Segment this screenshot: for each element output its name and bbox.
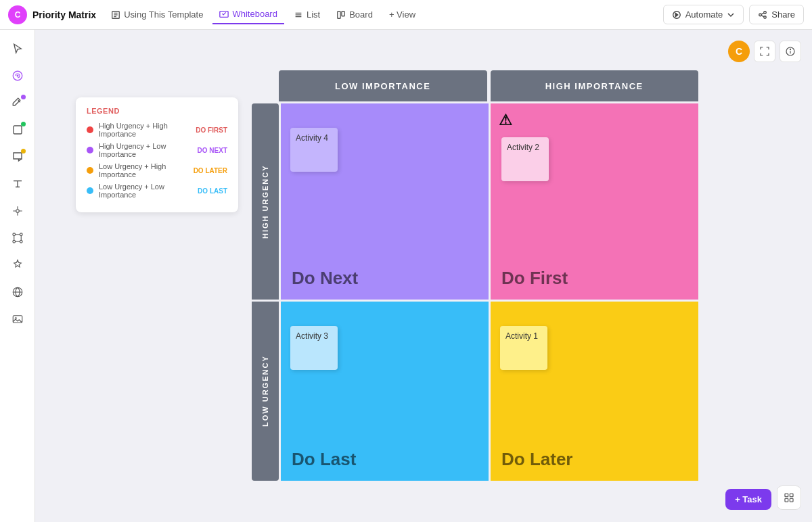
tool-transform[interactable]	[5, 199, 30, 223]
col-header-high-importance: HIGH IMPORTANCE	[491, 70, 699, 101]
template-icon	[111, 10, 120, 20]
list-icon	[294, 10, 303, 20]
svg-point-13	[764, 16, 767, 18]
task-button[interactable]: + Task	[725, 489, 771, 510]
tab-board[interactable]: Board	[330, 5, 380, 24]
urgency-icon: ⚠	[499, 112, 512, 129]
quadrant-do-next[interactable]: Activity 4 Do Next	[281, 103, 489, 300]
app-title: Priority Matrix	[32, 9, 96, 20]
tool-globe[interactable]	[5, 280, 30, 304]
sidebar	[0, 30, 35, 522]
activity1-sticky[interactable]: Activity 1	[500, 326, 547, 370]
canvas-controls: C	[728, 41, 801, 62]
automate-icon	[672, 10, 681, 20]
fit-screen-icon	[759, 46, 770, 57]
svg-rect-30	[785, 494, 788, 497]
info-button[interactable]	[780, 41, 801, 62]
text-icon	[12, 178, 24, 190]
tool-cursor[interactable]	[5, 37, 30, 61]
svg-point-11	[764, 11, 767, 14]
user-avatar: C	[728, 41, 750, 62]
share-button[interactable]: Share	[749, 5, 804, 24]
grid-view-button[interactable]	[777, 485, 801, 510]
svg-point-21	[12, 240, 15, 243]
svg-rect-31	[790, 494, 793, 497]
legend-dot-first	[87, 126, 93, 133]
image-icon	[12, 313, 24, 325]
legend-item-later: Low Urgency + High Importance DO LATER	[87, 162, 227, 179]
svg-rect-17	[14, 126, 22, 134]
cursor-icon	[12, 43, 24, 55]
tab-add-view[interactable]: + View	[382, 5, 422, 24]
connect-icon	[12, 232, 24, 244]
svg-point-12	[759, 14, 762, 16]
globe-icon	[12, 286, 24, 298]
topbar: C Priority Matrix Using This Template Wh…	[0, 0, 812, 30]
shape-dot	[21, 122, 26, 126]
note-dot	[21, 149, 26, 153]
matrix-row-high-urgency: HIGH URGENCY Activity 4 Do Next ⚠ Activi…	[252, 101, 698, 300]
tool-text[interactable]	[5, 172, 30, 196]
tool-pen[interactable]	[5, 91, 30, 115]
do-last-label: Do Last	[292, 449, 356, 470]
canvas[interactable]: C LEGEND High Urgency + High Importance …	[35, 30, 812, 522]
activity4-sticky[interactable]: Activity 4	[290, 128, 338, 172]
whiteboard-icon	[219, 9, 229, 19]
tab-using-template[interactable]: Using This Template	[104, 5, 210, 24]
legend-dot-later	[87, 167, 93, 174]
legend-title: LEGEND	[87, 107, 227, 115]
tool-image[interactable]	[5, 307, 30, 331]
do-later-label: Do Later	[501, 449, 572, 470]
svg-point-20	[20, 233, 22, 236]
svg-point-26	[15, 317, 16, 318]
quadrant-do-last[interactable]: Activity 3 Do Last	[281, 302, 489, 481]
tool-ai[interactable]	[5, 64, 30, 88]
legend-item-first: High Urgency + High Importance DO FIRST	[87, 122, 227, 138]
activity3-sticky[interactable]: Activity 3	[290, 326, 338, 370]
matrix: LOW IMPORTANCE HIGH IMPORTANCE HIGH URGE…	[252, 70, 698, 510]
matrix-row-low-urgency: LOW URGENCY Activity 3 Do Last Activity …	[252, 302, 698, 481]
quadrant-do-first[interactable]: ⚠ Activity 2 Do First	[491, 103, 698, 300]
row-header-high-urgency: HIGH URGENCY	[252, 103, 279, 300]
app-logo: C	[8, 5, 27, 24]
svg-point-18	[16, 210, 19, 213]
col-headers: LOW IMPORTANCE HIGH IMPORTANCE	[279, 70, 698, 101]
legend-item-next: High Urgency + Low Importance DO NEXT	[87, 142, 227, 158]
tool-effects[interactable]	[5, 253, 30, 277]
svg-rect-9	[342, 11, 344, 16]
grid-icon	[784, 492, 794, 503]
do-first-label: Do First	[501, 268, 568, 289]
share-icon	[758, 10, 767, 20]
tab-whiteboard[interactable]: Whiteboard	[212, 5, 284, 24]
legend-box: LEGEND High Urgency + High Importance DO…	[76, 97, 238, 212]
svg-point-19	[12, 233, 15, 236]
col-header-low-importance: LOW IMPORTANCE	[279, 70, 487, 101]
main-area: C LEGEND High Urgency + High Importance …	[0, 30, 812, 522]
row-header-low-urgency: LOW URGENCY	[252, 302, 279, 481]
legend-dot-next	[87, 147, 93, 153]
svg-rect-33	[790, 498, 793, 502]
automate-button[interactable]: Automate	[663, 5, 744, 24]
tab-list[interactable]: List	[287, 5, 327, 24]
pen-dot	[21, 95, 26, 99]
svg-rect-8	[338, 11, 340, 18]
transform-icon	[12, 205, 24, 217]
ai-icon	[12, 70, 24, 82]
info-icon	[785, 46, 796, 57]
board-icon	[336, 10, 346, 20]
svg-point-29	[790, 49, 790, 49]
fit-screen-button[interactable]	[754, 41, 775, 62]
chevron-down-icon	[727, 11, 735, 19]
tool-shape[interactable]	[5, 118, 30, 142]
legend-item-last: Low Urgency + Low Importance DO LAST	[87, 183, 227, 199]
effects-icon	[12, 259, 24, 271]
legend-dot-last	[87, 187, 93, 194]
do-next-label: Do Next	[292, 268, 358, 289]
quadrant-do-later[interactable]: Activity 1 Do Later	[491, 302, 698, 481]
tool-connect[interactable]	[5, 226, 30, 250]
svg-point-15	[16, 75, 18, 77]
topbar-right: Automate Share	[663, 5, 804, 24]
tool-note[interactable]	[5, 145, 30, 169]
activity2-sticky[interactable]: Activity 2	[501, 137, 549, 181]
svg-point-22	[20, 240, 22, 243]
